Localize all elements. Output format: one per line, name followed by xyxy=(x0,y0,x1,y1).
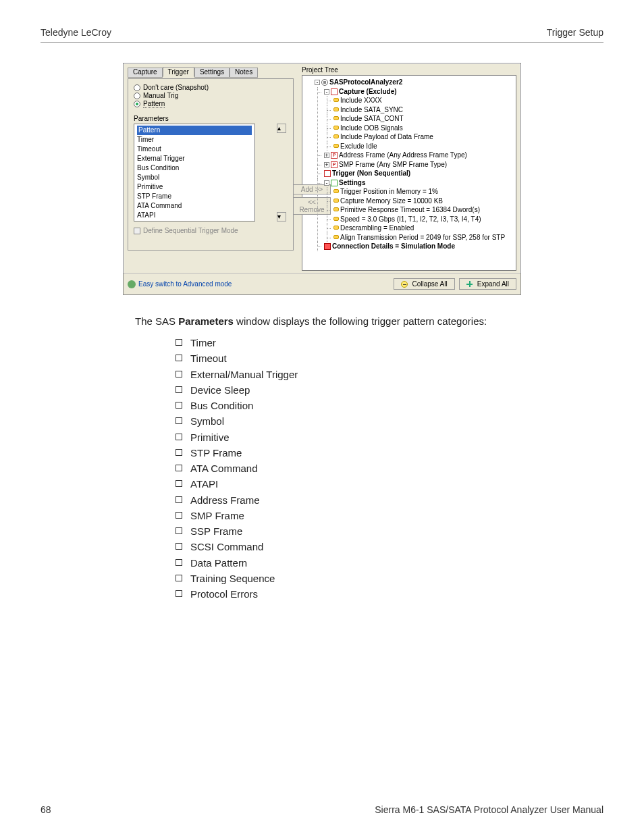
expand-icon[interactable]: + xyxy=(324,153,329,158)
settings-icon xyxy=(331,180,338,186)
parameters-label: Parameters xyxy=(134,115,288,122)
list-item[interactable]: Symbol xyxy=(137,173,252,182)
tree-capture[interactable]: Capture (Exclude) xyxy=(339,88,397,95)
leaf-icon xyxy=(333,207,339,211)
header-left: Teledyne LeCroy xyxy=(41,27,111,38)
list-item[interactable]: ATAPI xyxy=(137,211,252,220)
radio-icon xyxy=(134,84,140,91)
collapse-all-button[interactable]: Collapse All xyxy=(394,278,454,290)
bullet-item: Timeout xyxy=(176,350,603,366)
bullet-item: Data Pattern xyxy=(176,555,603,571)
gear-icon xyxy=(321,79,328,86)
expand-icon[interactable]: + xyxy=(324,162,329,167)
radio-dont-care[interactable]: Don't care (Snapshot) xyxy=(134,84,288,91)
bullet-item: Timer xyxy=(176,335,603,350)
bullet-item: STP Frame xyxy=(176,445,603,461)
radio-manual-trig[interactable]: Manual Trig xyxy=(134,92,288,99)
leaf-icon xyxy=(333,98,339,102)
scroll-down-icon[interactable]: ▾ xyxy=(277,212,286,221)
leaf-icon xyxy=(333,116,339,120)
header-right: Trigger Setup xyxy=(547,27,603,38)
tree-item[interactable]: Trigger Position in Memory = 1% xyxy=(340,188,438,195)
switch-icon xyxy=(128,280,136,288)
radio-pattern[interactable]: Pattern xyxy=(134,100,288,108)
list-item[interactable]: Timer xyxy=(137,135,252,145)
p-icon: P xyxy=(331,161,338,168)
collapse-icon[interactable]: - xyxy=(324,89,329,95)
tree-item[interactable]: Align Transmission Period = 2049 for SSP… xyxy=(340,234,505,241)
radio-icon xyxy=(134,101,140,107)
list-item[interactable]: Pattern xyxy=(137,126,252,135)
tree-item[interactable]: Exclude Idle xyxy=(340,142,377,150)
page-footer: 68 Sierra M6-1 SAS/SATA Protocol Analyze… xyxy=(41,804,603,815)
footer-title: Sierra M6-1 SAS/SATA Protocol Analyzer U… xyxy=(375,804,603,815)
plus-icon xyxy=(466,281,473,288)
tab-capture[interactable]: Capture xyxy=(128,68,163,78)
radio-icon xyxy=(134,93,140,99)
leaf-icon xyxy=(333,189,339,193)
list-item[interactable]: Timeout xyxy=(137,145,252,154)
leaf-icon xyxy=(333,134,339,138)
tree-item[interactable]: Include SATA_SYNC xyxy=(340,106,403,113)
leaf-icon xyxy=(333,107,339,111)
tree-item[interactable]: SMP Frame (Any SMP Frame Type) xyxy=(339,161,447,168)
tree-trigger[interactable]: Trigger (Non Sequential) xyxy=(332,170,410,177)
bullet-item: SSP Frame xyxy=(176,523,603,539)
bullet-item: SCSI Command xyxy=(176,539,603,554)
tree-connection[interactable]: Connection Details = Simulation Mode xyxy=(332,242,455,250)
tree-item[interactable]: Descrambling = Enabled xyxy=(340,224,414,232)
checkbox-icon xyxy=(134,228,140,234)
tree-item[interactable]: Include Payload of Data Frame xyxy=(340,133,433,140)
bullet-item: ATA Command xyxy=(176,461,603,476)
tree-item[interactable]: Include SATA_CONT xyxy=(340,115,404,122)
tree-item[interactable]: Include XXXX xyxy=(340,97,382,104)
bullet-item: Training Sequence xyxy=(176,571,603,586)
list-item[interactable]: External Trigger xyxy=(137,154,252,163)
easy-switch-link[interactable]: Easy switch to Advanced mode xyxy=(128,280,232,288)
trigger-icon xyxy=(324,170,331,177)
tree-item[interactable]: Primitive Response Timeout = 16384 Dword… xyxy=(340,206,480,213)
leaf-icon xyxy=(333,226,339,230)
bullet-item: SMP Frame xyxy=(176,508,603,523)
leaf-icon xyxy=(333,235,339,239)
project-tree-label: Project Tree xyxy=(302,65,516,74)
scroll-up-icon[interactable]: ▴ xyxy=(277,124,286,133)
tab-trigger[interactable]: Trigger xyxy=(163,67,194,77)
leaf-icon xyxy=(333,126,339,130)
tabs: Capture Trigger Settings Notes xyxy=(128,66,294,76)
list-item[interactable]: Primitive xyxy=(137,182,252,192)
collapse-icon[interactable]: - xyxy=(315,80,320,85)
define-sequential-checkbox[interactable]: Define Sequential Trigger Mode xyxy=(134,227,288,234)
project-tree[interactable]: -SASProtocolAnalyzer2 -Capture (Exclude)… xyxy=(302,75,516,271)
connection-icon xyxy=(324,243,331,250)
leaf-icon xyxy=(333,217,339,221)
bullet-item: Primitive xyxy=(176,429,603,445)
list-item[interactable]: ATA Command xyxy=(137,201,252,211)
expand-all-button[interactable]: Expand All xyxy=(459,278,516,290)
bullet-item: Address Frame xyxy=(176,492,603,508)
leaf-icon xyxy=(333,199,339,203)
tree-settings[interactable]: Settings xyxy=(339,179,365,186)
tree-item[interactable]: Address Frame (Any Address Frame Type) xyxy=(339,151,467,159)
tree-item[interactable]: Capture Memory Size = 10000 KB xyxy=(340,197,443,205)
intro-text: The SAS Parameters window displays the f… xyxy=(135,314,603,328)
minus-icon xyxy=(401,281,408,288)
tab-notes[interactable]: Notes xyxy=(230,68,258,78)
tab-settings[interactable]: Settings xyxy=(194,68,230,78)
bullet-list: Timer Timeout External/Manual Trigger De… xyxy=(176,335,603,602)
trigger-settings-screenshot: Capture Trigger Settings Notes Don't car… xyxy=(123,63,521,295)
list-item[interactable]: Bus Condition xyxy=(137,163,252,173)
page-number: 68 xyxy=(41,804,51,815)
list-item[interactable]: Address Frame xyxy=(137,220,252,221)
bullet-item: Symbol xyxy=(176,413,603,429)
leaf-icon xyxy=(333,144,339,148)
page-header: Teledyne LeCroy Trigger Setup xyxy=(41,27,603,43)
tree-item[interactable]: Include OOB Signals xyxy=(340,124,403,132)
list-item[interactable]: STP Frame xyxy=(137,192,252,201)
parameters-listbox[interactable]: Pattern Timer Timeout External Trigger B… xyxy=(134,124,255,221)
collapse-icon[interactable]: - xyxy=(324,180,329,186)
bullet-item: Protocol Errors xyxy=(176,586,603,602)
bullet-item: Bus Condition xyxy=(176,398,603,413)
capture-icon xyxy=(331,88,338,95)
tree-item[interactable]: Speed = 3.0 Gbps (I1, T1, I2, T2, I3, T3… xyxy=(340,215,481,223)
